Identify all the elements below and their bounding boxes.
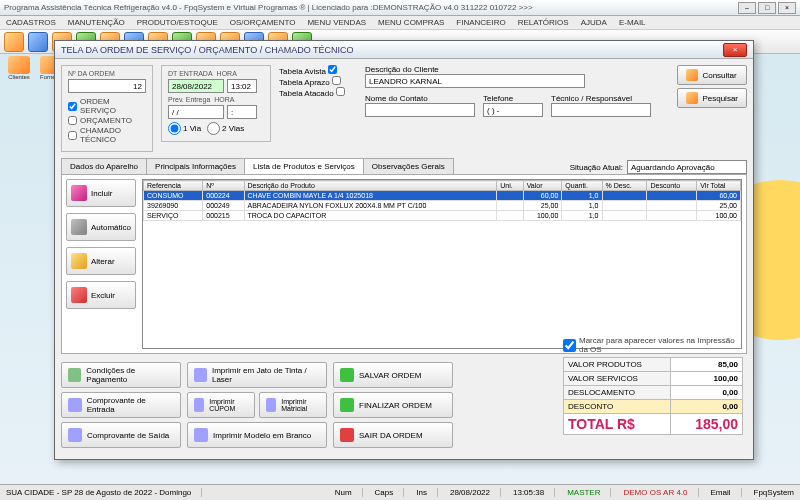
total-desloc: 0,00: [671, 386, 743, 400]
hora-input[interactable]: 13:02: [227, 79, 257, 93]
total-desconto: 0,00: [671, 400, 743, 414]
totals-panel: Marcar para aparecer valores na Impressã…: [563, 336, 743, 435]
menu-relatorios[interactable]: RELATÓRIOS: [518, 18, 569, 27]
print-icon: [194, 428, 208, 442]
menubar: CADASTROS MANUTENÇÃO PRODUTO/ESTOQUE OS/…: [0, 16, 800, 30]
radio-2via[interactable]: 2 Vias: [207, 122, 244, 135]
status-loc: SUA CIDADE - SP 28 de Agosto de 2022 - D…: [6, 488, 202, 497]
totals-checkbox[interactable]: Marcar para aparecer valores na Impressã…: [563, 336, 743, 354]
sair-button[interactable]: SAIR DA ORDEM: [333, 422, 453, 448]
menu-vendas[interactable]: MENU VENDAS: [307, 18, 366, 27]
menu-os[interactable]: OS/ORÇAMENTO: [230, 18, 296, 27]
cupom-button[interactable]: Imprimir CUPOM: [187, 392, 255, 418]
finalizar-button[interactable]: FINALIZAR ORDEM: [333, 392, 453, 418]
comp-ent-button[interactable]: Comprovante de Entrada: [61, 392, 181, 418]
total-produtos: 85,00: [671, 358, 743, 372]
product-grid[interactable]: Referencia Nº Descrição do Produto Uni. …: [142, 179, 742, 349]
alterar-button[interactable]: Alterar: [66, 247, 136, 275]
print-icon: [68, 428, 82, 442]
order-label: Nº DA ORDEM: [68, 70, 146, 77]
delete-icon: [71, 287, 87, 303]
comp-sai-button[interactable]: Comprovante de Saída: [61, 422, 181, 448]
pesquisar-button[interactable]: Pesquisar: [677, 88, 747, 108]
menu-financeiro[interactable]: FINANCEIRO: [456, 18, 505, 27]
check-atacado[interactable]: Tabela Atacado: [279, 89, 345, 98]
salvar-button[interactable]: SALVAR ORDEM: [333, 362, 453, 388]
check-os[interactable]: ORDEM SERVIÇO: [68, 97, 146, 115]
matricial-button[interactable]: Imprimir Matricial: [259, 392, 327, 418]
branco-button[interactable]: Imprimir Modelo em Branco: [187, 422, 327, 448]
menu-ajuda[interactable]: AJUDA: [581, 18, 607, 27]
status-label: Situação Atual:: [570, 163, 623, 172]
tabs: Dados do Aparelho Principais Informações…: [61, 158, 453, 174]
check-aprazo[interactable]: Tabela Aprazo: [279, 78, 341, 87]
modal-close-button[interactable]: ×: [723, 43, 747, 57]
total-geral: 185,00: [671, 414, 743, 435]
cliente-group: Descrição do Cliente LEANDRO KARNAL Nome…: [365, 65, 669, 117]
tabela-group: Tabela Avista Tabela Aprazo Tabela Ataca…: [279, 65, 357, 98]
edit-icon: [71, 253, 87, 269]
print-icon: [266, 398, 276, 412]
app-titlebar: Programa Assistência Técnica Refrigeraçã…: [0, 0, 800, 16]
menu-cadastros[interactable]: CADASTROS: [6, 18, 56, 27]
money-icon: [68, 368, 81, 382]
cond-button[interactable]: Condições de Pagamento: [61, 362, 181, 388]
menu-manutencao[interactable]: MANUTENÇÃO: [68, 18, 125, 27]
incluir-button[interactable]: Incluir: [66, 179, 136, 207]
tool-icon[interactable]: [28, 32, 48, 52]
order-modal: TELA DA ORDEM DE SERVIÇO / ORÇAMENTO / C…: [54, 40, 754, 460]
menu-compras[interactable]: MENU COMPRAS: [378, 18, 444, 27]
table-row[interactable]: 39269090000249ABRACADEIRA NYLON FOXLUX 2…: [144, 201, 741, 211]
radio-1via[interactable]: 1 Via: [168, 122, 201, 135]
consultar-button[interactable]: Consultar: [677, 65, 747, 85]
menu-email[interactable]: E-MAIL: [619, 18, 646, 27]
close-button[interactable]: ×: [778, 2, 796, 14]
app-title: Programa Assistência Técnica Refrigeraçã…: [4, 3, 738, 12]
order-number-group: Nº DA ORDEM 12 ORDEM SERVIÇO ORÇAMENTO C…: [61, 65, 153, 152]
check-orc[interactable]: ORÇAMENTO: [68, 116, 146, 125]
tab-info[interactable]: Principais Informações: [146, 158, 245, 174]
print-icon: [194, 368, 207, 382]
menu-produto[interactable]: PRODUTO/ESTOQUE: [137, 18, 218, 27]
maximize-button[interactable]: □: [758, 2, 776, 14]
barcode-icon: [71, 219, 87, 235]
table-row[interactable]: SERVIÇO000215TROCA DO CAPACITOR100,001,0…: [144, 211, 741, 221]
search-icon: [686, 92, 698, 104]
total-servicos: 100,00: [671, 372, 743, 386]
modal-title: TELA DA ORDEM DE SERVIÇO / ORÇAMENTO / C…: [61, 45, 723, 55]
check-avista[interactable]: Tabela Avista: [279, 67, 337, 76]
search-icon: [686, 69, 698, 81]
statusbar: SUA CIDADE - SP 28 de Agosto de 2022 - D…: [0, 484, 800, 500]
check-icon: [340, 368, 354, 382]
prev-hora-input[interactable]: :: [227, 105, 257, 119]
print-icon: [68, 398, 82, 412]
exit-icon: [340, 428, 354, 442]
check-cham[interactable]: CHAMADO TÉCNICO: [68, 126, 146, 144]
cliente-input[interactable]: LEANDRO KARNAL: [365, 74, 585, 88]
tool-icon[interactable]: [4, 32, 24, 52]
prev-input[interactable]: / /: [168, 105, 224, 119]
auto-button[interactable]: Automático: [66, 213, 136, 241]
window-controls: – □ ×: [738, 2, 796, 14]
check-icon: [340, 398, 354, 412]
plus-icon: [71, 185, 87, 201]
dt-entrada-input[interactable]: 28/08/2022: [168, 79, 224, 93]
contato-input[interactable]: [365, 103, 475, 117]
dates-group: DT ENTRADAHORA 28/08/2022 13:02 Prev. En…: [161, 65, 271, 142]
clientes-icon[interactable]: Clientes: [4, 56, 34, 86]
order-number-input[interactable]: 12: [68, 79, 146, 93]
tab-obs[interactable]: Observações Gerais: [363, 158, 454, 174]
modal-titlebar: TELA DA ORDEM DE SERVIÇO / ORÇAMENTO / C…: [55, 41, 753, 59]
table-row[interactable]: CONSUMO000224CHAVE COMBIN MAYLE A 1/4 10…: [144, 191, 741, 201]
tec-input[interactable]: [551, 103, 651, 117]
tab-content: Incluir Automático Alterar Excluir Refer…: [61, 174, 747, 354]
tab-lista[interactable]: Lista de Produtos e Serviços: [244, 158, 364, 174]
status-select[interactable]: Aguardando Aprovação: [627, 160, 747, 174]
tel-input[interactable]: ( ) -: [483, 103, 543, 117]
tab-dados[interactable]: Dados do Aparelho: [61, 158, 147, 174]
minimize-button[interactable]: –: [738, 2, 756, 14]
print-icon: [194, 398, 204, 412]
jato-button[interactable]: Imprimir em Jato de Tinta / Laser: [187, 362, 327, 388]
excluir-button[interactable]: Excluir: [66, 281, 136, 309]
